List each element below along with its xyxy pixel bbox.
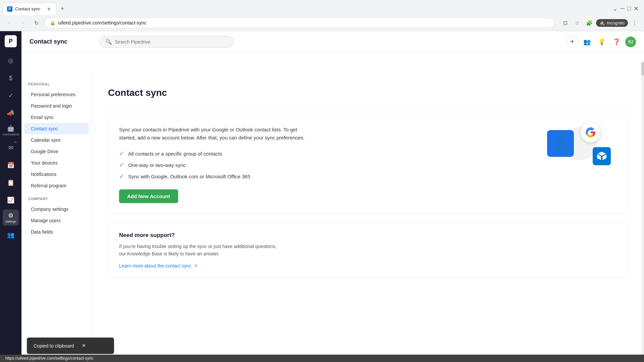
incognito-label: Incognito — [607, 20, 625, 25]
feature-text-2: One-way or two-way sync — [128, 162, 186, 168]
tab-favicon: P — [7, 6, 12, 12]
main-layout: PERSONAL Personal preferences Password a… — [21, 74, 644, 362]
forward-button[interactable]: → — [17, 17, 28, 28]
extension-button[interactable]: 🧩 — [584, 17, 595, 28]
add-button[interactable]: + — [566, 36, 578, 48]
nav-item-contacts[interactable]: 👥 — [3, 227, 19, 243]
support-card: Need more support? If you're having trou… — [108, 222, 628, 278]
help-icon-button[interactable]: ❓ — [610, 36, 623, 48]
menu-notifications[interactable]: Notifications — [24, 169, 89, 180]
support-text: If you're having trouble setting up the … — [119, 243, 280, 258]
menu-manage-users[interactable]: Manage users — [24, 215, 89, 226]
browser-chrome: P Contact sync ✕ + ⌄ ─ □ ✕ ← → ↻ 🔒 uifee… — [0, 0, 644, 31]
app-header: Contact sync 🔍 + 👥 💡 ❓ SJ — [21, 31, 644, 53]
minimize-button[interactable]: ─ — [620, 5, 625, 12]
feature-item-1: ✓ All contacts or a specific group of co… — [119, 150, 617, 157]
automations-icon: 🤖 — [7, 125, 14, 132]
nav-bar: ← → ↻ 🔒 uifeed.pipedrive.com/settings/co… — [0, 15, 644, 31]
cast-button[interactable]: ⊡ — [560, 17, 571, 28]
toast-notification: Copied to clipboard × — [27, 338, 114, 354]
support-link[interactable]: Learn more about the contact sync ↗ — [119, 263, 617, 268]
menu-email-sync[interactable]: Email sync — [24, 112, 89, 123]
menu-contact-sync[interactable]: Contact sync — [24, 123, 89, 134]
add-account-button[interactable]: Add New Account — [119, 189, 178, 203]
more-button[interactable]: ⋮ — [629, 17, 640, 28]
close-window-button[interactable]: ✕ — [634, 5, 639, 12]
feature-list: ✓ All contacts or a specific group of co… — [119, 150, 617, 180]
menu-referral-program[interactable]: Referral program — [24, 180, 89, 191]
nav-item-settings[interactable]: ⚙ Settings — [3, 209, 19, 226]
menu-company-settings[interactable]: Company settings — [24, 203, 89, 215]
tab-title: Contact sync — [15, 6, 40, 11]
nav-item-calendar[interactable]: 📅 — [3, 157, 19, 173]
feature-item-2: ✓ One-way or two-way sync — [119, 161, 617, 169]
left-nav: P ◎ $ ✓ 📣 🤖 Automations ✉ 📅 📋 📈 — [0, 31, 21, 362]
check-icon-1: ✓ — [119, 150, 124, 157]
menu-google-drive[interactable]: Google Drive — [24, 146, 89, 157]
lightbulb-icon-button[interactable]: 💡 — [596, 36, 608, 48]
feature-text-1: All contacts or a specific group of cont… — [128, 151, 222, 157]
search-input[interactable] — [115, 39, 228, 45]
campaigns-icon: 📣 — [7, 109, 14, 117]
lock-icon: 🔒 — [50, 20, 55, 25]
back-button[interactable]: ← — [4, 17, 15, 28]
contacts-icon: 👥 — [7, 231, 14, 239]
personal-section-label: PERSONAL — [21, 77, 92, 89]
people-icon-button[interactable]: 👥 — [581, 36, 593, 48]
nav-item-deals[interactable]: $ — [3, 70, 19, 86]
active-tab[interactable]: P Contact sync ✕ — [3, 3, 56, 15]
activity-icon: ◎ — [8, 57, 13, 64]
deals-icon: $ — [9, 75, 12, 82]
company-section-label: COMPANY — [21, 191, 92, 203]
menu-your-devices[interactable]: Your devices — [24, 157, 89, 169]
toast-message: Copied to clipboard — [34, 343, 74, 349]
menu-data-fields[interactable]: Data fields — [24, 226, 89, 238]
toast-close-button[interactable]: × — [82, 342, 86, 349]
avatar[interactable]: SJ — [625, 37, 636, 47]
menu-calendar-sync[interactable]: Calendar sync — [24, 134, 89, 146]
automations-label: Automations — [2, 133, 19, 136]
nav-item-trends[interactable]: 📈 — [3, 192, 19, 208]
nav-item-email[interactable]: ✉ — [3, 140, 19, 156]
scrollbar-thumb[interactable] — [641, 62, 644, 75]
google-icon — [581, 122, 601, 142]
browser-actions: ⊡ ☆ 🧩 🕵 Incognito ⋮ — [560, 17, 640, 28]
menu-password-login[interactable]: Password and login — [24, 100, 89, 112]
tab-close-button[interactable]: ✕ — [46, 6, 52, 12]
tab-list-button[interactable]: ⌄ — [612, 5, 618, 12]
search-bar[interactable]: 🔍 — [100, 36, 234, 48]
nav-item-automations[interactable]: 🤖 Automations — [3, 122, 19, 138]
bookmark-button[interactable]: ☆ — [572, 17, 583, 28]
new-tab-button[interactable]: + — [58, 4, 67, 13]
email-badge — [14, 142, 17, 142]
sync-card: Sync your contacts in Pipedrive with you… — [108, 115, 628, 214]
external-link-icon: ↗ — [194, 263, 198, 268]
nav-item-leads[interactable]: ✓ — [3, 87, 19, 104]
status-bar: https://uifeed.pipedrive.com/settings/co… — [0, 355, 644, 362]
incognito-icon: 🕵 — [599, 20, 605, 25]
status-url: https://uifeed.pipedrive.com/settings/co… — [5, 356, 93, 361]
outlook-icon — [593, 147, 611, 165]
search-icon: 🔍 — [105, 39, 112, 45]
nav-item-campaigns[interactable]: 📣 — [3, 105, 19, 121]
tab-bar: P Contact sync ✕ + ⌄ ─ □ ✕ — [0, 0, 644, 15]
calendar-icon: 📅 — [7, 162, 14, 169]
nav-item-reports[interactable]: 📋 — [3, 175, 19, 191]
settings-icon: ⚙ — [8, 212, 13, 219]
main-area: Contact sync 🔍 + 👥 💡 ❓ SJ PERSONAL Perso… — [21, 31, 644, 362]
refresh-button[interactable]: ↻ — [31, 17, 42, 28]
nav-item-activity[interactable]: ◎ — [3, 53, 19, 69]
menu-personal-preferences[interactable]: Personal preferences — [24, 89, 89, 100]
email-icon: ✉ — [8, 144, 13, 152]
check-icon-2: ✓ — [119, 161, 124, 169]
sync-description: Sync your contacts in Pipedrive with you… — [119, 126, 314, 142]
support-link-text: Learn more about the contact sync — [119, 263, 192, 268]
app-logo[interactable]: P — [5, 35, 17, 47]
address-bar[interactable]: 🔒 uifeed.pipedrive.com/settings/contact-… — [44, 17, 554, 28]
maximize-button[interactable]: □ — [627, 5, 631, 12]
support-title: Need more support? — [119, 232, 617, 239]
content-title: Contact sync — [108, 87, 628, 107]
url-text: uifeed.pipedrive.com/settings/contact-sy… — [58, 20, 549, 25]
contacts-card-icon: 👤 — [547, 130, 574, 157]
page-title: Contact sync — [30, 38, 67, 45]
